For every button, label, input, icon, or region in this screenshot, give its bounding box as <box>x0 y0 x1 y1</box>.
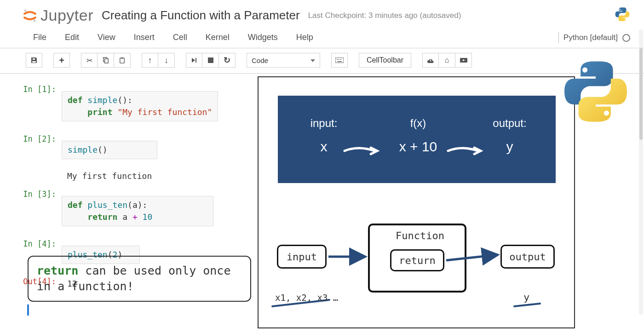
copy-icon <box>102 57 109 64</box>
kernel-status-icon <box>622 34 630 42</box>
python-logo-large <box>561 57 630 126</box>
output-sub-label: y <box>523 292 529 303</box>
cursor-indicator <box>27 304 29 316</box>
svg-point-12 <box>340 59 341 60</box>
slides-icon <box>460 57 468 63</box>
keyboard-icon <box>335 57 344 63</box>
menu-insert[interactable]: Insert <box>134 33 155 42</box>
interrupt-button[interactable] <box>202 53 219 68</box>
cloud-upload-icon <box>427 57 434 63</box>
menu-help[interactable]: Help <box>296 33 313 42</box>
menu-view[interactable]: View <box>98 33 115 42</box>
plus-icon: + <box>59 55 64 66</box>
command-palette-button[interactable] <box>331 53 348 68</box>
menubar: File Edit View Insert Cell Kernel Widget… <box>0 29 644 48</box>
svg-point-18 <box>582 68 587 73</box>
upload-button[interactable] <box>422 53 439 68</box>
cell-code[interactable]: def plus_ten(a): return a + 10 <box>62 196 213 226</box>
cell-type-select[interactable]: Code <box>247 53 320 68</box>
save-button[interactable] <box>26 53 42 68</box>
input-sub-label: x1, x2, x3 … <box>275 293 338 303</box>
svg-rect-9 <box>335 57 344 63</box>
cut-button[interactable]: ✂ <box>81 53 98 68</box>
cell-code[interactable]: simple() <box>62 141 157 159</box>
menu-edit[interactable]: Edit <box>65 33 79 42</box>
nbextensions-button[interactable]: ⌂ <box>439 53 455 68</box>
diagram-panel: input: x f(x) x + 10 output: y <box>278 96 556 183</box>
svg-point-3 <box>624 18 625 19</box>
move-up-button[interactable]: ↑ <box>142 53 158 68</box>
svg-point-1 <box>34 19 35 21</box>
menu-kernel[interactable]: Kernel <box>206 33 230 42</box>
insert-cell-button[interactable]: + <box>53 53 70 68</box>
note-keyword: return <box>37 264 78 277</box>
paste-button[interactable] <box>114 53 131 68</box>
notebook-title[interactable]: Creating a Function with a Parameter <box>102 8 300 23</box>
input-box: input <box>277 245 327 269</box>
cell-output: My first function <box>62 167 157 185</box>
header: Jupyter Creating a Function with a Param… <box>0 0 644 29</box>
return-box: return <box>390 249 444 271</box>
step-forward-icon <box>191 57 197 63</box>
svg-rect-7 <box>121 57 123 58</box>
in-prompt: In [1]: <box>10 83 62 96</box>
scrollbar[interactable] <box>639 29 643 315</box>
arrow-up-icon: ↑ <box>148 56 152 65</box>
panel-arrow-icon <box>345 148 374 151</box>
save-icon <box>30 57 38 64</box>
in-prompt: In [3]: <box>10 188 62 201</box>
kernel-indicator: Python [default] <box>558 32 630 43</box>
svg-rect-13 <box>337 61 342 62</box>
run-button[interactable] <box>186 53 202 68</box>
return-note: return can be used only once in a functi… <box>28 256 251 302</box>
svg-point-11 <box>339 59 339 60</box>
menu-cell[interactable]: Cell <box>173 33 187 42</box>
toolbar: + ✂ ↑ ↓ ↻ Code CellToolbar ⌂ <box>0 48 644 74</box>
jupyter-logo-text: Jupyter <box>40 6 93 24</box>
svg-line-17 <box>514 304 540 306</box>
copy-button[interactable] <box>98 53 114 68</box>
function-diagram: input: x f(x) x + 10 output: y input Fun… <box>258 76 575 328</box>
scissors-icon: ✂ <box>86 56 92 65</box>
menu-file[interactable]: File <box>33 33 46 42</box>
slideshow-button[interactable] <box>455 53 472 68</box>
svg-point-2 <box>620 9 621 10</box>
menu-widgets[interactable]: Widgets <box>248 33 278 42</box>
kernel-name: Python [default] <box>564 33 618 42</box>
jupyter-logo-icon <box>22 8 38 23</box>
function-label: Function <box>396 230 444 241</box>
svg-rect-8 <box>208 57 213 63</box>
python-icon <box>615 6 630 22</box>
in-prompt: In [2]: <box>10 132 62 145</box>
svg-point-19 <box>604 110 609 115</box>
paste-icon <box>119 57 126 64</box>
output-box: output <box>500 245 555 269</box>
stop-icon <box>208 57 213 63</box>
move-down-button[interactable]: ↓ <box>158 53 175 68</box>
in-prompt: In [4]: <box>10 237 62 250</box>
refresh-icon: ↻ <box>224 55 230 65</box>
cell-code[interactable]: def simple(): print "My first function" <box>62 91 218 121</box>
svg-rect-5 <box>105 58 109 63</box>
celltoolbar-button[interactable]: CellToolbar <box>359 53 411 68</box>
jupyter-logo[interactable]: Jupyter <box>22 6 93 24</box>
restart-button[interactable]: ↻ <box>219 53 236 68</box>
gift-icon: ⌂ <box>445 56 449 64</box>
arrow-down-icon: ↓ <box>164 56 168 65</box>
checkpoint-text: Last Checkpoint: 3 minutes ago (autosave… <box>308 11 461 20</box>
svg-point-10 <box>337 59 338 60</box>
svg-point-0 <box>24 9 26 11</box>
